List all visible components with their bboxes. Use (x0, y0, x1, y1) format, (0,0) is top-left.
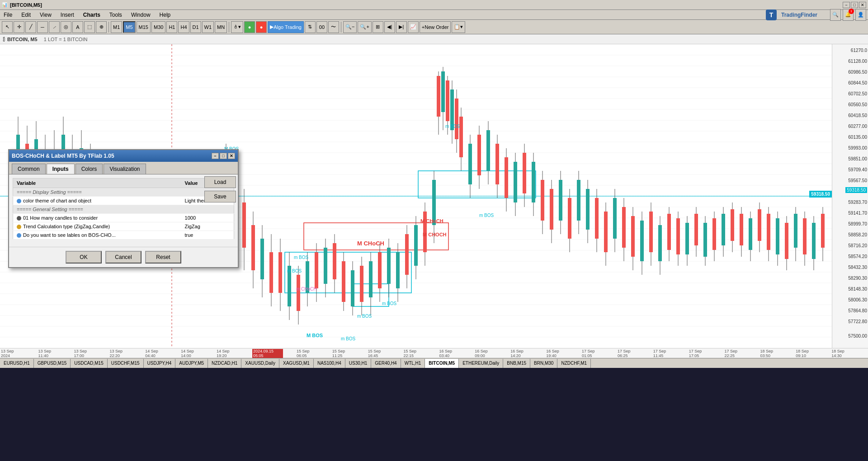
tab-usdchf-m15[interactable]: USDCHF,M15 (108, 359, 144, 368)
tab-nas100-h4[interactable]: NAS100,H4 (314, 359, 345, 368)
indicators-btn[interactable]: 📈 (408, 21, 419, 33)
fibo-tools[interactable]: ⊕ (96, 21, 107, 33)
zero-btn[interactable]: 00 (316, 21, 327, 33)
logo-icon: T (765, 9, 778, 21)
separator-2 (229, 22, 229, 33)
svg-rect-123 (405, 234, 409, 275)
reset-button[interactable]: Reset (145, 251, 181, 263)
tab-audjpy-m5[interactable]: AUDJPY,M5 (175, 359, 208, 368)
val-labels[interactable]: true (181, 231, 234, 240)
maximize-button[interactable]: □ (851, 2, 858, 8)
menu-file[interactable]: File (2, 11, 14, 19)
tab-bnb-m15[interactable]: BNB,M15 (503, 359, 530, 368)
tab-inputs[interactable]: Inputs (47, 164, 75, 174)
zoom-out-btn[interactable]: 🔍− (343, 21, 357, 33)
tab-us30-h1[interactable]: US30,H1 (345, 359, 372, 368)
menu-insert[interactable]: Insert (59, 11, 76, 19)
val-candles[interactable]: 1000 (181, 214, 234, 222)
wave-btn[interactable]: 〜 (328, 21, 339, 33)
ok-button[interactable]: OK (66, 251, 102, 263)
menu-window[interactable]: Window (129, 11, 152, 19)
table-row[interactable]: Trend Calculation type (ZigZag,Candle) Z… (13, 222, 234, 231)
green-btn[interactable]: ● (244, 21, 255, 33)
tab-nzdcad-h1[interactable]: NZDCAD,H1 (208, 359, 241, 368)
line-tool[interactable]: ╱ (25, 21, 36, 33)
m15-tf[interactable]: M15 (137, 21, 151, 33)
tab-xauusd-daily[interactable]: XAUUSD,Daily (241, 359, 279, 368)
close-button[interactable]: ✕ (859, 2, 866, 8)
draw-tools[interactable]: ◎ (61, 21, 71, 33)
price-58999: 58999.70 (848, 221, 867, 226)
load-button[interactable]: Load (204, 176, 236, 188)
ts-0440: 14 Sep 04:40 (145, 349, 167, 358)
tab-wtl-h1[interactable]: WTL,H1 (401, 359, 425, 368)
alerts-button[interactable]: 🔔 1 (843, 9, 854, 21)
svg-rect-151 (505, 157, 508, 198)
price-59851: 59851.00 (848, 156, 867, 161)
w1-tf[interactable]: W1 (202, 21, 214, 33)
minimize-button[interactable]: − (843, 2, 850, 8)
svg-rect-179 (631, 216, 635, 257)
search-button[interactable]: 🔍 (830, 9, 841, 21)
chart-type-dropdown[interactable]: 🕯▾ (231, 21, 243, 33)
text-tool[interactable]: A (72, 21, 83, 33)
m1-tf[interactable]: M1 (111, 21, 122, 33)
tab-nzdchf-m1[interactable]: NZDCHF,M1 (557, 359, 591, 368)
zoom-in-btn[interactable]: 🔍+ (358, 21, 371, 33)
dialog-close-btn[interactable]: ✕ (228, 153, 235, 159)
account-button[interactable]: 👤 (855, 9, 866, 21)
menu-view[interactable]: View (38, 11, 53, 19)
svg-rect-201 (731, 209, 734, 241)
trendline-tool[interactable]: ⟋ (49, 21, 60, 33)
tab-bitcoin-m5[interactable]: BITCOIN,M5 (425, 359, 459, 368)
table-row[interactable]: 01 How many candles to consider 1000 (13, 214, 234, 222)
tab-eurusd-h1[interactable]: EURUSD,H1 (0, 359, 34, 368)
tab-colors[interactable]: Colors (75, 164, 103, 174)
scroll-right-btn[interactable]: ▶| (396, 21, 407, 33)
table-row[interactable]: color theme of chart and object Light th… (13, 197, 234, 205)
new-order-btn[interactable]: + New Order (420, 21, 451, 33)
scroll-left-btn[interactable]: ◀| (384, 21, 395, 33)
tab-visualization[interactable]: Visualization (104, 164, 146, 174)
menu-edit[interactable]: Edit (19, 11, 33, 19)
cursor-tool[interactable]: ↖ (2, 21, 13, 33)
tab-gbpusd-m15[interactable]: GBPUSD,M15 (34, 359, 71, 368)
dialog-minimize-btn[interactable]: − (212, 153, 219, 159)
tab-xagusd-m1[interactable]: XAGUSD,M1 (279, 359, 314, 368)
menu-tools[interactable]: Tools (108, 11, 124, 19)
grid-btn[interactable]: ⊞ (373, 21, 383, 33)
tab-usdjpy-h4[interactable]: USDJPY,H4 (144, 359, 176, 368)
svg-rect-109 (342, 261, 345, 302)
tab-ger40-h4[interactable]: GER40,H4 (371, 359, 401, 368)
tab-brn-m30[interactable]: BRN,M30 (530, 359, 557, 368)
crosshair-tool[interactable]: ✛ (14, 21, 24, 33)
buy-sell-btn[interactable]: ⇅ (305, 21, 316, 33)
side-buttons: Load Save (203, 174, 238, 204)
svg-text:M BOS: M BOS (307, 333, 323, 338)
table-row: ===== Display Setting ===== (13, 188, 234, 197)
tab-usdcad-m15[interactable]: USDCAD,M15 (71, 359, 107, 368)
tab-common[interactable]: Common (12, 164, 46, 174)
save-button[interactable]: Save (204, 191, 236, 202)
cancel-button[interactable]: Cancel (105, 251, 142, 263)
menu-charts[interactable]: Charts (81, 11, 102, 19)
tab-ethereum-daily[interactable]: ETHEREUM,Daily (459, 359, 503, 368)
m30-tf[interactable]: M30 (151, 21, 165, 33)
svg-rect-189 (676, 218, 680, 254)
symbol-tabs: EURUSD,H1 GBPUSD,M15 USDCAD,M15 USDCHF,M… (0, 358, 868, 368)
m5-tf[interactable]: M5 (123, 21, 135, 33)
algo-trading-btn[interactable]: ▶ Algo Trading (268, 21, 304, 33)
h4-tf[interactable]: H4 (178, 21, 189, 33)
dialog-maximize-btn[interactable]: □ (220, 153, 227, 159)
profiles-btn[interactable]: 📋▾ (452, 21, 465, 33)
mn-tf[interactable]: MN (215, 21, 227, 33)
shape-tools[interactable]: ⬚ (84, 21, 95, 33)
menu-help[interactable]: Help (158, 11, 173, 19)
price-60986: 60986.50 (848, 70, 867, 75)
val-trend-calc[interactable]: ZigZag (181, 222, 234, 231)
d1-tf[interactable]: D1 (190, 21, 201, 33)
hline-tool[interactable]: ─ (37, 21, 48, 33)
table-row[interactable]: Do you want to see lables on BOS-CHO... … (13, 231, 234, 240)
h1-tf[interactable]: H1 (166, 21, 177, 33)
red-btn[interactable]: ● (256, 21, 267, 33)
